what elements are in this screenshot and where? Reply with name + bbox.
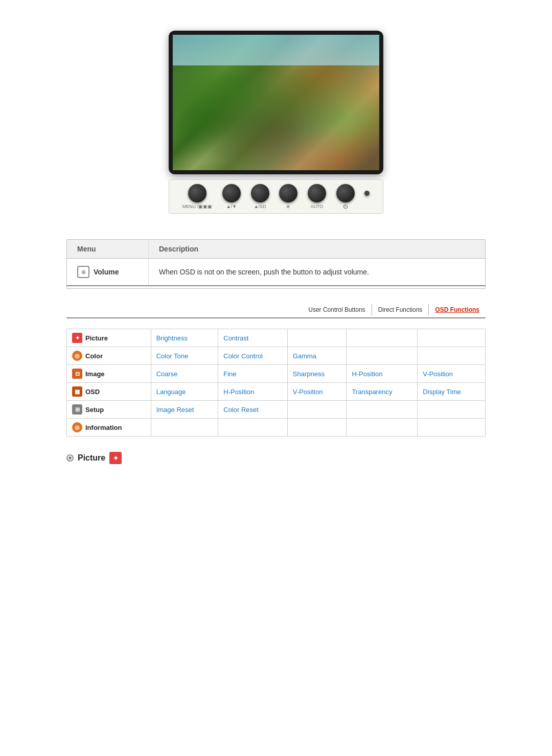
color-label: Color (85, 352, 103, 360)
led-indicator (364, 191, 370, 202)
image-menu-item[interactable]: ⊟ Image (72, 369, 146, 379)
power-circle (336, 184, 355, 202)
upsd-circle (251, 184, 269, 202)
control-bar: MENU /▣▣▣ ▲/▼ ▲/SD ⊕ AUTO ⏻ (169, 179, 383, 214)
osd-section: ✦ Picture Brightness Contrast ◎ Color (66, 329, 486, 437)
v-position-image-item[interactable]: V-Position (418, 365, 486, 383)
osd-menu-item[interactable]: ▦ OSD (72, 386, 146, 397)
center-button[interactable]: ⊕ (279, 184, 297, 209)
volume-icon: ⊕ (77, 266, 89, 278)
separator-row (67, 286, 486, 289)
auto-label: AUTO (310, 204, 323, 209)
table-row: ⊟ Image Coarse Fine Sharpness H-Position… (67, 365, 486, 383)
monitor-screen (173, 35, 379, 170)
display-time-item[interactable]: Display Time (418, 383, 486, 401)
v-position-osd-item[interactable]: V-Position (287, 383, 347, 401)
table-row: ◎ Color Color Tone Color Control Gamma (67, 347, 486, 365)
color-tone-item[interactable]: Color Tone (151, 347, 218, 365)
monitor-section: MENU /▣▣▣ ▲/▼ ▲/SD ⊕ AUTO ⏻ (0, 0, 552, 214)
volume-row: ⊕ Volume When OSD is not on the screen, … (67, 259, 486, 286)
power-button[interactable]: ⏻ (336, 184, 355, 209)
auto-circle (308, 184, 326, 202)
picture-section-heading: Picture ✦ (66, 452, 486, 464)
color-menu-item[interactable]: ◎ Color (72, 351, 146, 361)
radio-dot-icon (66, 454, 74, 462)
table-row: ▦ OSD Language H-Position V-Position Tra… (67, 383, 486, 401)
power-label: ⏻ (343, 204, 348, 209)
description-column-header: Description (149, 240, 486, 259)
picture-icon: ✦ (72, 333, 82, 343)
setup-menu-item[interactable]: ⊞ Setup (72, 404, 146, 415)
tab-user-control-buttons[interactable]: User Control Buttons (302, 304, 372, 315)
osd-icon: ▦ (72, 386, 82, 397)
auto-button[interactable]: AUTO (308, 184, 326, 209)
table-row: ⊞ Setup Image Reset Color Reset (67, 401, 486, 419)
tab-direct-functions[interactable]: Direct Functions (372, 304, 429, 315)
fine-item[interactable]: Fine (218, 365, 288, 383)
nav-tabs: User Control Buttons Direct Functions OS… (66, 304, 486, 318)
image-reset-item[interactable]: Image Reset (151, 401, 218, 419)
osd-grid-table: ✦ Picture Brightness Contrast ◎ Color (66, 329, 486, 437)
updown-circle (222, 184, 241, 202)
brightness-item[interactable]: Brightness (151, 329, 218, 347)
upsd-label: ▲/SD (254, 204, 266, 209)
transparency-item[interactable]: Transparency (347, 383, 418, 401)
menu-column-header: Menu (67, 240, 149, 259)
center-circle (279, 184, 297, 202)
volume-label: Volume (94, 268, 119, 276)
center-label: ⊕ (286, 204, 290, 209)
description-section: Menu Description ⊕ Volume When OSD is no… (66, 239, 486, 289)
tab-osd-functions[interactable]: OSD Functions (429, 304, 486, 315)
setup-label: Setup (85, 406, 104, 414)
contrast-item[interactable]: Contrast (218, 329, 288, 347)
volume-description: When OSD is not on the screen, push the … (149, 259, 486, 286)
information-label: Information (85, 424, 122, 431)
picture-menu-item[interactable]: ✦ Picture (72, 333, 146, 343)
led-dot (364, 191, 370, 196)
information-icon: ◎ (72, 422, 82, 432)
table-row: ✦ Picture Brightness Contrast (67, 329, 486, 347)
language-item[interactable]: Language (151, 383, 218, 401)
menu-osd-label: MENU /▣▣▣ (182, 204, 213, 209)
picture-label: Picture (85, 334, 108, 342)
color-reset-item[interactable]: Color Reset (218, 401, 288, 419)
menu-osd-circle (188, 184, 206, 202)
gamma-item[interactable]: Gamma (287, 347, 347, 365)
color-icon: ◎ (72, 351, 82, 361)
h-position-image-item[interactable]: H-Position (347, 365, 418, 383)
coarse-item[interactable]: Coarse (151, 365, 218, 383)
image-label: Image (85, 370, 105, 378)
upsd-button[interactable]: ▲/SD (251, 184, 269, 209)
menu-osd-button[interactable]: MENU /▣▣▣ (182, 184, 213, 209)
image-icon: ⊟ (72, 369, 82, 379)
picture-section-label: Picture (78, 453, 105, 463)
picture-section-icon: ✦ (109, 452, 122, 464)
table-row: ◎ Information (67, 419, 486, 437)
updown-button[interactable]: ▲/▼ (222, 184, 241, 209)
h-position-osd-item[interactable]: H-Position (218, 383, 288, 401)
monitor-frame (169, 31, 383, 174)
color-control-item[interactable]: Color Control (218, 347, 288, 365)
osd-label: OSD (85, 388, 100, 396)
setup-icon: ⊞ (72, 404, 82, 415)
sharpness-item[interactable]: Sharpness (287, 365, 347, 383)
updown-label: ▲/▼ (226, 204, 237, 209)
description-table: Menu Description ⊕ Volume When OSD is no… (66, 239, 486, 289)
information-menu-item[interactable]: ◎ Information (72, 422, 146, 432)
